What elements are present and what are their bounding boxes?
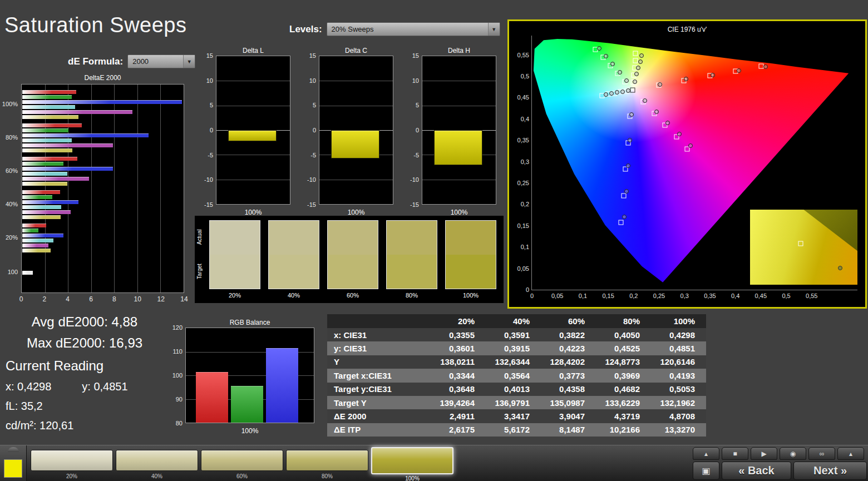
gridline	[216, 155, 290, 155]
y-tick-label: 0,5	[521, 73, 529, 80]
delta-c-x-label: 100%	[319, 209, 393, 216]
yellow-bar	[22, 249, 51, 252]
y-tick-label: 0,35	[517, 137, 529, 143]
active-color-tab[interactable]	[0, 445, 27, 481]
stop-icon[interactable]: ■	[722, 447, 748, 460]
target-color-patch	[269, 255, 319, 289]
yellow-bar	[22, 115, 78, 119]
target-color-patch	[210, 255, 260, 289]
cell-value: 0,3344	[431, 371, 486, 380]
x-tick-label: 0,05	[551, 292, 563, 299]
green-bar	[22, 95, 72, 99]
bottom-toolbar: 20%40%60%80%100% ▴■▶◉∞▴ ▣ « Back Next »	[0, 445, 868, 481]
cyan-bar	[22, 205, 61, 209]
de-formula-control: dE Formula: 2000 ▼	[68, 54, 195, 68]
scroll-up-left-icon[interactable]: ▴	[693, 447, 719, 460]
navigation-cluster: ▴■▶◉∞▴ ▣ « Back Next »	[693, 445, 867, 481]
table-row: Target Y139,4264136,9791135,0987133,6229…	[327, 396, 706, 409]
display-mode-button[interactable]: ▣	[693, 462, 719, 480]
delta-l-x-label: 100%	[216, 209, 290, 216]
back-button[interactable]: « Back	[722, 462, 791, 480]
measurement-marker	[615, 90, 619, 95]
de-formula-label: dE Formula:	[68, 56, 123, 67]
deltae2000-plot-area	[21, 84, 184, 293]
target-color-patch	[328, 255, 378, 289]
cyan-bar	[22, 172, 67, 176]
header-cell: 40%	[486, 316, 541, 326]
de-formula-value: 2000	[132, 57, 149, 66]
scroll-up-right-icon[interactable]: ▴	[837, 447, 864, 460]
sweep-button-20%[interactable]: 20%	[31, 445, 113, 481]
levels-dropdown[interactable]: 20% Sweeps ▼	[327, 22, 500, 36]
delta-l-title: Delta L	[216, 47, 290, 54]
measurement-marker	[610, 62, 615, 66]
x-tick-label: 10	[134, 295, 141, 303]
y-tick-label: 5	[416, 102, 419, 108]
cell-value: 0,3564	[486, 371, 541, 380]
measurement-marker	[763, 65, 768, 69]
red-bar	[22, 157, 77, 161]
y-tick-label: 0,25	[517, 180, 529, 186]
target-marker	[633, 58, 638, 63]
sweep-button-label: 100%	[371, 475, 453, 481]
cell-value: 0,3648	[431, 384, 486, 394]
red-bar	[22, 190, 60, 194]
play-icon[interactable]: ▶	[751, 447, 777, 460]
cell-value: 0,4682	[596, 384, 651, 394]
measurement-marker	[626, 88, 630, 93]
page-title: Saturation Sweeps	[4, 13, 186, 37]
x-tick-label: 0,35	[704, 292, 716, 299]
cyan-bar	[22, 138, 72, 142]
swatch-strip-axis: Actual Target	[195, 216, 206, 303]
sweep-button-100%[interactable]: 100%	[371, 445, 453, 481]
levels-value: 20% Sweeps	[332, 25, 374, 33]
y-tick-label: 0,4	[521, 116, 529, 122]
yellow-bar	[22, 215, 61, 219]
sweep-button-60%[interactable]: 60%	[201, 445, 283, 481]
bar-group-100%	[22, 90, 183, 120]
actual-color-patch	[446, 221, 496, 255]
delta-c-chart: Delta C 151050-5-10-15 100%	[304, 47, 394, 216]
delta-c-plot-area	[319, 56, 393, 205]
sweep-button-label: 60%	[201, 473, 283, 479]
next-button[interactable]: Next »	[793, 462, 867, 480]
sweep-button-80%[interactable]: 80%	[286, 445, 368, 481]
cell-value: 10,2166	[596, 425, 651, 434]
cell-value: 0,3969	[596, 371, 651, 380]
red-bar	[22, 123, 82, 127]
deltae2000-y-axis: 100%80%60%40%20%100	[1, 84, 20, 293]
delta-l-plot-area	[216, 56, 290, 205]
deltae2000-chart: DeltaE 2000 100%80%60%40%20%100 02468101…	[1, 74, 186, 305]
x-tick-label: 2	[43, 295, 47, 303]
measurement-marker	[624, 189, 629, 194]
delta-l-body: 151050-5-10-15	[201, 56, 292, 206]
y-tick-label: 0	[416, 127, 419, 133]
measurement-marker	[624, 78, 629, 83]
camera-icon[interactable]: ◉	[780, 447, 806, 460]
cell-value: 0,4193	[651, 371, 706, 380]
y-tick-label: 0,55	[517, 52, 529, 58]
blue-bar	[22, 234, 63, 237]
chevron-down-icon: ▼	[183, 55, 195, 68]
loop-icon[interactable]: ∞	[808, 447, 835, 460]
sweep-buttons: 20%40%60%80%100%	[31, 445, 453, 481]
measurement-marker	[677, 132, 682, 136]
table-header-row: 20%40%60%80%100%	[327, 314, 706, 328]
bar-group-20%	[22, 224, 183, 254]
measurement-marker	[658, 82, 662, 87]
y-tick-label: -10	[410, 176, 419, 183]
de-formula-dropdown[interactable]: 2000 ▼	[127, 54, 195, 68]
cie-inset-shadow	[750, 210, 857, 285]
avg-de2000: Avg dE2000: 4,88	[6, 311, 164, 333]
delta-c-title: Delta C	[319, 47, 393, 54]
swatch-box	[327, 220, 378, 289]
cell-value: 0,4223	[541, 344, 596, 353]
saturation-swatch-60%: 60%	[327, 220, 378, 303]
measurement-marker	[622, 215, 627, 219]
header-cell: 60%	[541, 316, 596, 326]
actual-target-swatch-strip: Actual Target 20%40%60%80%100%	[195, 216, 504, 303]
measurement-marker	[643, 98, 647, 103]
sweep-button-40%[interactable]: 40%	[116, 445, 198, 481]
magenta-bar	[22, 143, 113, 147]
actual-color-patch	[328, 221, 378, 255]
